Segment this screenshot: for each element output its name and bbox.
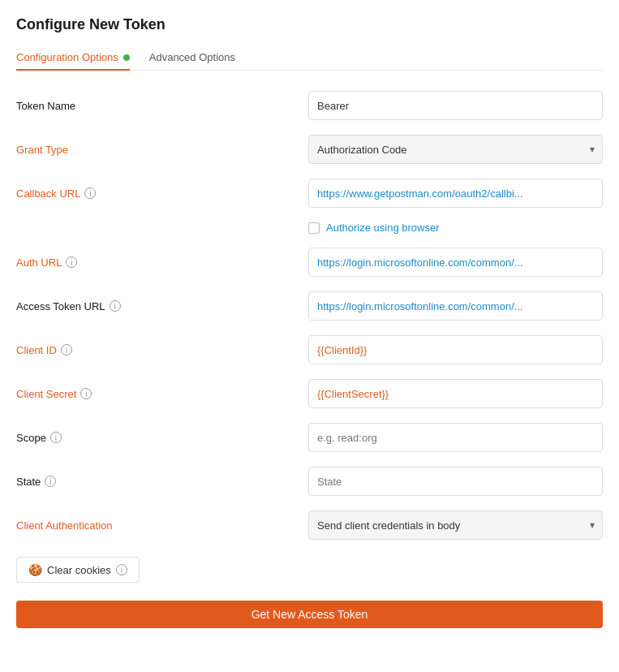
grant-type-select-wrapper: Authorization Code Implicit Client Crede… [308,135,603,164]
get-new-access-token-button[interactable]: Get New Access Token [16,601,603,628]
callback-url-row: Callback URL i [16,178,603,209]
auth-url-info-icon[interactable]: i [66,256,77,268]
tabs-container: Configuration Options Advanced Options [16,45,603,71]
client-auth-select-wrapper: Send client credentials in body Send as … [308,510,603,540]
access-token-url-row: Access Token URL i [16,291,603,321]
tab-advanced-label: Advanced Options [149,51,235,63]
callback-url-info-icon[interactable]: i [84,187,96,199]
client-id-label: Client ID i [16,344,308,356]
tab-advanced[interactable]: Advanced Options [149,45,235,70]
bottom-buttons-container: 🍪 Clear cookies i [16,557,603,583]
auth-url-label: Auth URL i [16,256,308,269]
client-auth-label: Client Authentication [16,519,308,532]
authorize-browser-checkbox[interactable] [308,222,320,234]
clear-cookies-button[interactable]: 🍪 Clear cookies i [16,557,140,583]
token-name-row: Token Name [16,90,603,121]
tab-configuration-dot [123,54,130,61]
authorize-browser-label[interactable]: Authorize using browser [326,222,439,234]
tab-configuration-label: Configuration Options [16,51,118,63]
grant-type-select[interactable]: Authorization Code Implicit Client Crede… [308,135,603,164]
cookie-icon: 🍪 [28,563,42,576]
page-title: Configure New Token [16,16,603,33]
scope-info-icon[interactable]: i [50,432,62,443]
tab-configuration[interactable]: Configuration Options [16,45,130,70]
authorize-browser-row: Authorize using browser [308,222,603,234]
state-info-icon[interactable]: i [45,476,56,487]
access-token-url-label: Access Token URL i [16,300,308,312]
client-auth-row: Client Authentication Send client creden… [16,510,603,541]
client-secret-info-icon[interactable]: i [80,388,92,399]
clear-cookies-info-icon[interactable]: i [116,564,127,575]
clear-cookies-label: Clear cookies [47,564,111,576]
client-secret-row: Client Secret i [16,378,603,409]
scope-input[interactable] [308,423,603,452]
state-row: State i [16,466,603,497]
scope-row: Scope i [16,422,603,453]
callback-url-label: Callback URL i [16,187,308,200]
access-token-url-info-icon[interactable]: i [110,300,121,312]
client-auth-select[interactable]: Send client credentials in body Send as … [308,510,603,540]
client-id-row: Client ID i [16,334,603,365]
client-secret-label: Client Secret i [16,388,308,400]
grant-type-row: Grant Type Authorization Code Implicit C… [16,134,603,165]
state-input[interactable] [308,467,603,496]
grant-type-label: Grant Type [16,144,308,156]
callback-url-input[interactable] [308,179,603,208]
scope-label: Scope i [16,432,308,444]
auth-url-input[interactable] [308,248,603,277]
token-name-label: Token Name [16,100,308,112]
access-token-url-input[interactable] [308,291,603,321]
client-secret-input[interactable] [308,379,603,408]
state-label: State i [16,476,308,488]
client-id-info-icon[interactable]: i [61,344,72,355]
client-id-input[interactable] [308,335,603,364]
auth-url-row: Auth URL i [16,247,603,278]
token-name-input[interactable] [308,91,603,120]
bottom-section: 🍪 Clear cookies i Get New Access Token [16,557,603,628]
